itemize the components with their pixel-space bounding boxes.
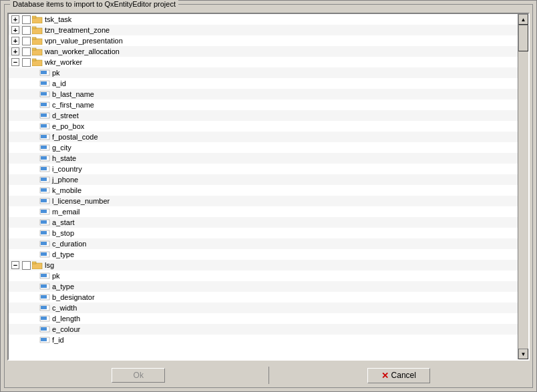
svg-rect-15 [41, 92, 47, 95]
field-icon [39, 186, 50, 194]
tree-item-label: j_phone [52, 176, 78, 184]
tree-item[interactable]: + wan_worker_allocation [9, 46, 518, 57]
expand-icon[interactable]: + [11, 26, 19, 34]
tree-item-checkbox[interactable] [22, 261, 31, 270]
svg-rect-21 [41, 124, 47, 128]
tree-item[interactable]: pk [9, 67, 518, 78]
svg-rect-49 [41, 274, 47, 277]
tree-item-label: d_street [52, 112, 79, 120]
tree-item[interactable]: g_city [9, 142, 518, 153]
tree-item[interactable]: b_designator [9, 292, 518, 303]
cancel-icon: ✕ [381, 371, 389, 381]
cancel-button[interactable]: ✕ Cancel [367, 368, 430, 383]
tree-item-label: wan_worker_allocation [45, 47, 120, 55]
tree-item[interactable]: f_postal_code [9, 132, 518, 142]
tree-item[interactable]: l_license_number [9, 196, 518, 206]
svg-rect-7 [32, 48, 36, 50]
tree-item-checkbox[interactable] [22, 26, 31, 35]
dialog: Database items to import to QxEntityEdit… [0, 0, 537, 392]
tree-item[interactable]: f_id [9, 335, 518, 345]
tree-item[interactable]: j_phone [9, 174, 518, 185]
tree-item-label: b_stop [52, 229, 74, 237]
folder-icon [32, 261, 43, 269]
svg-rect-4 [32, 39, 42, 45]
svg-rect-31 [41, 178, 47, 181]
tree-item[interactable]: a_start [9, 217, 518, 228]
tree-item[interactable]: d_type [9, 249, 518, 260]
svg-rect-6 [32, 49, 42, 55]
tree-item[interactable]: a_type [9, 281, 518, 292]
tree-item[interactable]: c_first_name [9, 100, 518, 110]
svg-rect-29 [41, 167, 47, 170]
svg-rect-51 [41, 284, 47, 288]
svg-rect-11 [41, 71, 47, 74]
folder-icon [32, 15, 43, 23]
tree-item-checkbox[interactable] [22, 47, 31, 56]
tree-item[interactable]: + tsk_task [9, 14, 518, 25]
tree-item-label: a_type [52, 282, 74, 290]
tree-item-checkbox[interactable] [22, 37, 31, 45]
expand-icon[interactable]: + [11, 47, 19, 55]
tree-item[interactable]: + tzn_treatment_zone [9, 25, 518, 35]
tree-item[interactable]: a_id [9, 78, 518, 89]
tree-item[interactable]: b_last_name [9, 89, 518, 100]
tree-item[interactable]: pk [9, 270, 518, 281]
scrollbar[interactable]: ▲ ▼ [518, 14, 528, 359]
svg-rect-43 [41, 242, 47, 245]
tree-container[interactable]: + tsk_task+ tzn_treatment_zone+ vpn_valu… [9, 14, 518, 359]
ok-panel: Ok [9, 368, 268, 383]
collapse-icon[interactable]: − [11, 58, 19, 66]
tree-item[interactable]: k_mobile [9, 185, 518, 196]
cancel-panel: ✕ Cancel [269, 368, 529, 383]
tree-item[interactable]: b_stop [9, 228, 518, 238]
tree-item[interactable]: c_duration [9, 238, 518, 249]
tree-item-checkbox[interactable] [22, 15, 31, 24]
svg-rect-61 [41, 338, 47, 341]
tree-item-label: f_postal_code [52, 133, 98, 141]
tree-item[interactable]: − wkr_worker [9, 57, 518, 67]
svg-rect-37 [41, 210, 47, 213]
field-icon [39, 165, 50, 173]
tree-item[interactable]: m_email [9, 206, 518, 217]
tree-item[interactable]: d_length [9, 313, 518, 324]
tree-item[interactable]: + vpn_value_presentation [9, 35, 518, 46]
field-icon [39, 133, 50, 141]
field-icon [39, 315, 50, 323]
tree-item[interactable]: d_street [9, 110, 518, 121]
tree-item[interactable]: c_width [9, 303, 518, 313]
expand-icon[interactable]: + [11, 15, 19, 23]
svg-rect-27 [41, 156, 47, 160]
tree-item-checkbox[interactable] [22, 58, 31, 67]
expand-icon[interactable]: + [11, 37, 19, 45]
tree-item-label: wkr_worker [45, 58, 82, 66]
field-icon [39, 144, 50, 152]
svg-rect-39 [41, 220, 47, 224]
folder-icon [32, 37, 43, 45]
tree-item[interactable]: i_country [9, 164, 518, 174]
tree-item-label: c_width [52, 304, 77, 312]
field-icon [39, 176, 50, 184]
tree-item[interactable]: − lsg [9, 260, 518, 270]
folder-icon [32, 26, 43, 34]
dialog-title-label: Database items to import to QxEntityEdit… [10, 0, 178, 8]
tree-item[interactable]: e_colour [9, 324, 518, 335]
svg-rect-3 [32, 27, 36, 29]
svg-rect-41 [41, 231, 47, 234]
field-icon [39, 101, 50, 109]
tree-item-label: c_first_name [52, 101, 94, 109]
field-icon [39, 208, 50, 216]
svg-rect-17 [41, 103, 47, 106]
field-icon [39, 240, 50, 248]
field-icon [39, 250, 50, 258]
collapse-icon[interactable]: − [11, 261, 19, 269]
ok-button[interactable]: Ok [112, 368, 165, 383]
field-icon [39, 336, 50, 344]
tree-item[interactable]: e_po_box [9, 121, 518, 132]
field-icon [39, 325, 50, 333]
folder-icon [32, 58, 43, 66]
tree-item-label: k_mobile [52, 186, 81, 194]
tree-item-label: e_colour [52, 325, 80, 333]
tree-item[interactable]: h_state [9, 153, 518, 164]
svg-rect-46 [32, 263, 42, 269]
tree-item-label: b_designator [52, 293, 95, 301]
